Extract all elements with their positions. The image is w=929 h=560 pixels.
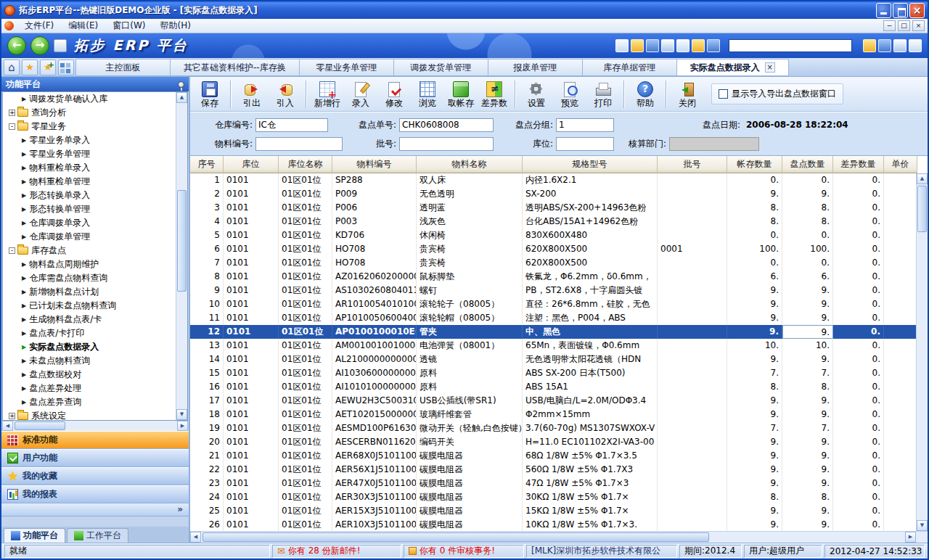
table-row[interactable]: 11010101区01位AP1010050600400滚轮轮帽（08005）注塑… — [190, 311, 916, 325]
nav-mini-icon[interactable] — [54, 39, 67, 52]
close-button[interactable] — [909, 3, 925, 18]
column-header[interactable]: 差异数量 — [833, 156, 884, 173]
tree-item[interactable]: 零星业务单管理 — [3, 147, 176, 161]
tree-item[interactable]: 实际盘点数据录入 — [3, 340, 176, 354]
tree-item[interactable]: -零星业务 — [3, 120, 176, 133]
column-header[interactable]: 库位 — [224, 156, 279, 173]
tree-item[interactable]: 形态转换单录入 — [3, 189, 176, 202]
home-icon[interactable] — [4, 59, 20, 75]
accordion-more-row[interactable]: » — [1, 503, 189, 516]
table-row[interactable]: 18010101区01位AET102015000000玻璃纤维套管Φ2mm×15… — [190, 408, 916, 421]
table-row[interactable]: 5010101区01位KD706休闲椅830X600X4800.0.0. — [190, 228, 916, 242]
table-row[interactable]: 16010101区01位AI1010100000000原料ABS 15A18.8… — [190, 380, 916, 394]
window-icon[interactable] — [615, 39, 629, 52]
back-button[interactable] — [7, 36, 26, 55]
table-row[interactable]: 14010101区01位AL2100000000000透镜无色透明带太阳花透镜（… — [190, 353, 916, 366]
batch-no-input[interactable] — [399, 137, 494, 151]
material-code-input[interactable] — [255, 137, 343, 151]
tree-horizontal-scrollbar[interactable]: ◀ ▶ — [2, 421, 188, 431]
expand-toggle-icon[interactable]: + — [9, 110, 15, 116]
scroll-track[interactable] — [176, 103, 187, 409]
tree-vertical-scrollbar[interactable]: ▲ ▼ — [176, 92, 187, 420]
tree-item[interactable]: 盘点差异查询 — [3, 395, 176, 409]
scroll-thumb[interactable] — [177, 190, 187, 292]
table-row[interactable]: 9010101区01位AS1030260804011螺钉PB，ST2.6X8，十… — [190, 284, 916, 297]
tree-item[interactable]: +系统设定 — [3, 409, 176, 420]
expand-toggle-icon[interactable]: - — [9, 123, 15, 130]
menu-item[interactable]: 窗口(W) — [106, 19, 152, 33]
table-row[interactable]: 22010101区01位AER56X1J5101100碳膜电阻器560Ω 1/8… — [190, 463, 916, 477]
tree-item[interactable]: 新增物料盘点计划 — [3, 285, 176, 299]
tree-item[interactable]: 物料重检单录入 — [3, 161, 176, 175]
column-header[interactable]: 序号 — [190, 156, 224, 173]
import-button[interactable]: 引入 — [269, 78, 302, 111]
child-minimize-button[interactable]: − — [883, 20, 896, 31]
column-header[interactable]: 单价 — [884, 156, 917, 173]
tree-item[interactable]: 形态转换单管理 — [3, 202, 176, 216]
sidebar-tab-work-platform[interactable]: 工作平台 — [67, 528, 128, 543]
book-icon[interactable] — [646, 39, 659, 52]
table-horizontal-scrollbar[interactable]: ◀ ▶ — [190, 531, 928, 543]
table-row[interactable]: 4010101区01位P003浅灰色台化ABS/15A1+14962色粉8.8.… — [190, 215, 916, 228]
count-sheet-input[interactable] — [399, 118, 494, 132]
tab-5[interactable]: 报废单管理 — [488, 59, 582, 76]
count-group-input[interactable] — [556, 118, 614, 132]
menu-item[interactable]: 编辑(E) — [62, 19, 105, 33]
difference-button[interactable]: 差异数 — [478, 78, 511, 111]
tree-item[interactable]: +查询分析 — [3, 106, 176, 120]
table-vertical-scrollbar[interactable]: ▲ ▼ — [916, 173, 928, 531]
settings-button[interactable]: 设置 — [520, 78, 553, 111]
tab-1[interactable]: 主控面板 — [75, 59, 170, 76]
table-row[interactable]: 15010101区01位AI1030600000000原料ABS SX-200 … — [190, 366, 916, 380]
table-row[interactable]: 19010101区01位AESMD100P616300微动开关（轻触,白色按键）… — [190, 421, 916, 435]
menu-item[interactable]: 帮助(H) — [153, 19, 197, 33]
menu-item[interactable]: 文件(F) — [18, 19, 60, 33]
tree-item[interactable]: 盘点差异处理 — [3, 382, 176, 395]
monitor-icon[interactable] — [893, 39, 907, 52]
scroll-left-button[interactable]: ◀ — [2, 421, 13, 431]
child-close-button[interactable]: × — [912, 20, 925, 31]
expand-toggle-icon[interactable]: + — [9, 413, 15, 419]
tree-item[interactable]: 盘点数据校对 — [3, 368, 176, 382]
close-doc-button[interactable]: 关闭 — [671, 78, 704, 111]
modify-button[interactable]: 修改 — [377, 78, 411, 111]
tree-item[interactable]: -库存盘点 — [3, 244, 176, 258]
table-row[interactable]: 2010101区01位P009无色透明SX-2009.9.0. — [190, 187, 916, 201]
column-header[interactable]: 库位名称 — [279, 156, 332, 173]
scroll-up-button[interactable]: ▲ — [176, 92, 187, 103]
layout-icon[interactable] — [631, 39, 644, 52]
browse-button[interactable]: 浏览 — [411, 78, 444, 111]
accordion-item[interactable]: 我的报表 — [1, 485, 189, 503]
scroll-thumb[interactable] — [917, 186, 927, 232]
table-row[interactable]: 10010101区01位AR1010054010100滚轮轮子（08005）直径… — [190, 297, 916, 311]
clock-icon[interactable] — [707, 39, 720, 52]
tree-item[interactable]: 已计划未盘点物料查询 — [3, 299, 176, 313]
column-header[interactable]: 批号 — [658, 156, 727, 173]
table-row[interactable]: 13010101区01位AM0010010010000电池弹簧（08001）65… — [190, 339, 916, 353]
scroll-down-button[interactable]: ▼ — [917, 520, 928, 531]
add-row-button[interactable]: 新增行 — [311, 78, 344, 111]
tree-item[interactable]: 仓库调拨单录入 — [3, 216, 176, 230]
preview-button[interactable]: 预览 — [553, 78, 586, 111]
chart-icon[interactable] — [661, 39, 674, 52]
add-favorite-icon[interactable] — [40, 59, 56, 75]
forward-button[interactable] — [30, 36, 49, 55]
column-header[interactable]: 帐存数量 — [727, 156, 782, 173]
get-stock-button[interactable]: 取帐存 — [444, 78, 478, 111]
location-input[interactable] — [556, 137, 614, 151]
scroll-track[interactable] — [13, 421, 177, 431]
globe-icon[interactable] — [909, 39, 922, 52]
tab-6[interactable]: 库存单据管理 — [582, 59, 676, 76]
favorites-star-icon[interactable] — [22, 59, 38, 75]
column-header[interactable]: 规格型号 — [523, 156, 658, 173]
table-row[interactable]: 24010101区01位AER30X3J5101100碳膜电阻器30KΩ 1/8… — [190, 490, 916, 504]
scroll-track[interactable] — [201, 532, 905, 543]
table-row[interactable]: 1010101区01位SP288双人床内径1.6X2.10.0.0. — [190, 173, 916, 187]
tree-item[interactable]: 零星业务单录入 — [3, 133, 176, 147]
save-button[interactable]: 保存 — [193, 78, 226, 111]
scroll-right-button[interactable]: ▶ — [177, 421, 188, 431]
printer-icon[interactable] — [878, 39, 891, 52]
tree-item[interactable]: 未盘点物料查询 — [3, 354, 176, 368]
column-header[interactable]: 物料名称 — [417, 156, 523, 173]
table-row[interactable]: 17010101区01位AEWU2H3C5003100USB公插线(带SR1)U… — [190, 394, 916, 408]
